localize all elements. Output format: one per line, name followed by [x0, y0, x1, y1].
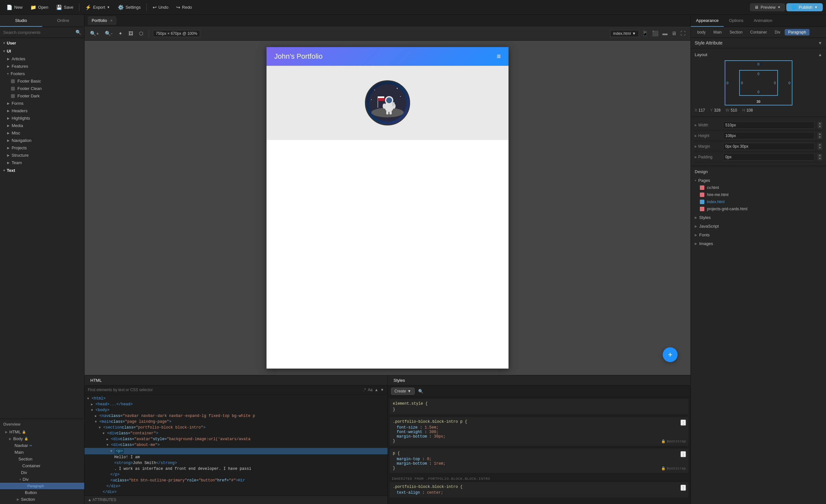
ov-div2[interactable]: ▾ Div: [0, 476, 84, 483]
html-node-container[interactable]: ▼ <div class= "container" >: [84, 431, 388, 436]
select-tool-button[interactable]: ✦: [117, 30, 124, 38]
item-footer-clean[interactable]: Footer Clean: [0, 85, 84, 92]
html-search-input[interactable]: [88, 388, 361, 392]
undo-button[interactable]: ↩ Undo: [150, 3, 172, 12]
subcategory-articles[interactable]: ▶ Articles: [0, 55, 84, 63]
tab-portfolio[interactable]: Portfolio ×: [88, 16, 116, 25]
ov-main[interactable]: Main: [0, 449, 84, 456]
open-button[interactable]: 📁 Open: [27, 3, 52, 12]
fonts-group-header[interactable]: ▶ Fonts: [695, 231, 822, 239]
ov-container[interactable]: Container: [0, 462, 84, 469]
hamburger-icon[interactable]: ≡: [496, 52, 501, 61]
canvas-area[interactable]: John's Portfolio ≡: [84, 41, 691, 375]
export-button[interactable]: ⚡ Export ▼: [82, 3, 113, 12]
subcategory-structure[interactable]: ▶ Structure: [0, 151, 84, 159]
ov-body[interactable]: ▶ Body 🔒: [0, 435, 84, 442]
style-attr-dropdown[interactable]: ▼: [818, 41, 822, 46]
mobile-view-button[interactable]: 📱: [641, 29, 649, 38]
width-input[interactable]: [723, 122, 814, 129]
pages-group-header[interactable]: ▾ Pages: [695, 177, 822, 184]
desktop-half-button[interactable]: ▬: [661, 30, 668, 38]
width-down[interactable]: ▼: [818, 125, 822, 128]
html-node-p[interactable]: ▼ <p>: [84, 448, 388, 454]
html-node-body[interactable]: ▼ <body>: [84, 407, 388, 413]
subcategory-media[interactable]: ▶ Media: [0, 122, 84, 129]
margin-down[interactable]: ▼: [818, 146, 822, 149]
tab-appearance[interactable]: Appearance: [691, 15, 724, 27]
html-node-div-close[interactable]: </div>: [84, 483, 388, 489]
height-up[interactable]: ▲: [818, 132, 822, 136]
search-input[interactable]: [3, 30, 73, 35]
padding-down[interactable]: ▼: [818, 157, 822, 160]
subcategory-headers[interactable]: ▶ Headers: [0, 107, 84, 115]
html-node-strong[interactable]: <strong> John Smith </strong>: [84, 460, 388, 466]
category-text[interactable]: ▾ Text: [0, 167, 84, 175]
tab-close[interactable]: ×: [110, 18, 113, 23]
layout-toggle[interactable]: ▲: [818, 52, 822, 57]
add-element-button[interactable]: +: [663, 347, 677, 362]
attributes-bar[interactable]: ▲ ATTRIBUTES: [84, 495, 388, 504]
subcategory-highlights[interactable]: ▶ Highlights: [0, 115, 84, 122]
html-node-nav[interactable]: ▶ <nav class= "navbar navbar-dark navbar…: [84, 413, 388, 419]
etype-div[interactable]: Div: [771, 29, 783, 36]
create-style-button[interactable]: Create ▼: [391, 388, 415, 395]
tab-animation[interactable]: Animation: [749, 15, 778, 27]
subcategory-features[interactable]: ▶ Features: [0, 63, 84, 70]
html-node-main[interactable]: ▼ <main class= "page laindng-page" >: [84, 419, 388, 425]
case-button[interactable]: Aa: [368, 388, 373, 392]
html-node-p-close[interactable]: </p>: [84, 472, 388, 478]
css-block-more-3[interactable]: ⋮: [681, 485, 686, 491]
styles-group-header[interactable]: ▶ Styles: [695, 214, 822, 221]
css-block-more-1[interactable]: ⋮: [681, 420, 686, 426]
etype-section[interactable]: Section: [726, 29, 746, 36]
file-hireme[interactable]: hire-me.html: [695, 191, 822, 198]
subcategory-projects[interactable]: ▶ Projects: [0, 144, 84, 151]
etype-body[interactable]: body: [694, 29, 709, 36]
html-node-div-aboutme[interactable]: ▼ <div class= "about-me" >: [84, 442, 388, 448]
styles-tab[interactable]: Styles: [392, 377, 407, 383]
height-down[interactable]: ▼: [818, 136, 822, 139]
html-node-text2[interactable]: . I work as interface and front end deve…: [84, 466, 388, 472]
js-group-header[interactable]: ▶ JavaScript: [695, 223, 822, 230]
images-group-header[interactable]: ▶ Images: [695, 240, 822, 247]
file-projects[interactable]: projects-grid-cards.html: [695, 205, 822, 212]
ov-navbar[interactable]: Navbar ⇔: [0, 442, 84, 449]
etype-paragraph[interactable]: Paragraph: [785, 29, 809, 36]
html-tab[interactable]: HTML: [88, 377, 104, 383]
html-node-div-avatar[interactable]: ▶ <div class= "avatar" style= "backgroun…: [84, 436, 388, 442]
subcategory-navigation[interactable]: ▶ Navigation: [0, 137, 84, 144]
tablet-view-button[interactable]: ⬛: [651, 29, 659, 38]
etype-main[interactable]: Main: [710, 29, 725, 36]
html-file-badge[interactable]: index.html ▼: [610, 30, 639, 37]
margin-up[interactable]: ▲: [818, 143, 822, 146]
item-footer-dark[interactable]: Footer Dark: [0, 92, 84, 100]
subcategory-misc[interactable]: ▶ Misc: [0, 129, 84, 137]
html-node-head[interactable]: ▶ <head>...</head>: [84, 401, 388, 407]
html-node-text1[interactable]: Hello! I am: [84, 454, 388, 460]
html-node-section1[interactable]: ▼ <section class= "portfolio-block block…: [84, 425, 388, 431]
html-node-a[interactable]: <a class= "btn btn-outline-primary" role…: [84, 478, 388, 483]
ov-paragraph[interactable]: Paragraph: [0, 483, 84, 489]
desktop-view-button[interactable]: 🖥: [670, 30, 677, 38]
settings-button[interactable]: ⚙️ Settings: [115, 3, 144, 12]
new-button[interactable]: 📄 New: [3, 3, 26, 12]
subcategory-team[interactable]: ▶ Team: [0, 159, 84, 167]
image-tool-button[interactable]: 🖼: [127, 30, 135, 37]
prev-button[interactable]: ▲: [374, 388, 378, 392]
category-user[interactable]: ▾ User: [0, 39, 84, 47]
margin-input[interactable]: [723, 143, 814, 150]
height-input[interactable]: [723, 132, 814, 139]
tab-online[interactable]: Online: [42, 15, 84, 27]
zoom-in-button[interactable]: 🔍+: [88, 30, 101, 38]
tab-studio[interactable]: Studio: [0, 15, 42, 27]
file-index[interactable]: index.html: [695, 198, 822, 205]
ov-button[interactable]: Button: [0, 489, 84, 496]
regex-button[interactable]: .*: [363, 388, 366, 392]
category-ui[interactable]: ▾ UI: [0, 47, 84, 55]
ov-html[interactable]: ▶ HTML 🔒: [0, 429, 84, 435]
publish-button[interactable]: 🌐 Publish ▼: [786, 3, 823, 11]
html-node-div-close2[interactable]: </div>: [84, 489, 388, 495]
save-button[interactable]: 💾 Save: [53, 3, 77, 12]
fullscreen-button[interactable]: ⛶: [680, 30, 687, 38]
subcategory-forms[interactable]: ▶ Forms: [0, 100, 84, 107]
